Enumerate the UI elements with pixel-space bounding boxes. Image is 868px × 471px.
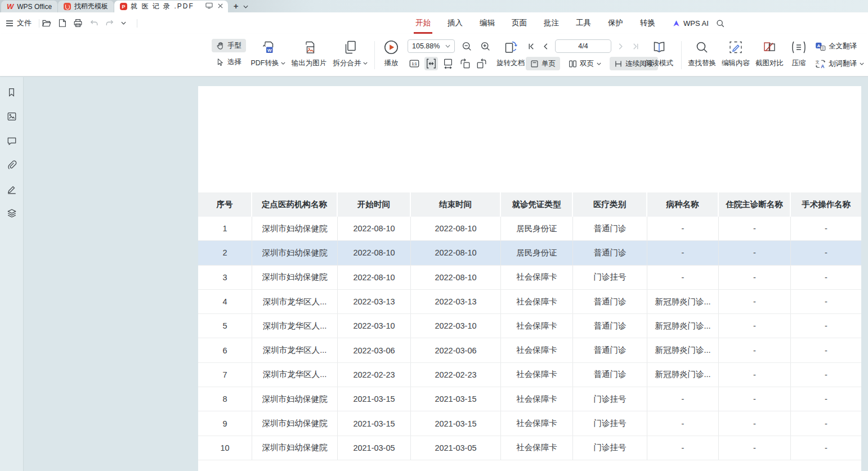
ribbon-toolbar: 手型 选择 W PDF转换 输出为图片 拆分合并 播放 — [0, 34, 868, 77]
redo-icon[interactable] — [105, 19, 114, 27]
pdf-convert-label: PDF转换 — [251, 59, 279, 68]
export-image-button[interactable]: 输出为图片 — [289, 39, 329, 68]
rotate-left-button[interactable] — [458, 57, 472, 70]
table-cell: 8 — [198, 387, 252, 411]
comment-icon[interactable] — [6, 134, 18, 147]
zoom-out-button[interactable] — [460, 39, 473, 53]
attachment-icon[interactable] — [6, 159, 18, 171]
table-row: 5深圳市龙华区人...2022-03-102022-03-10社会保障卡普通门诊… — [198, 314, 861, 338]
read-mode-button[interactable]: 阅读模式 — [643, 39, 675, 68]
pdf-convert-button[interactable]: W PDF转换 — [249, 39, 287, 68]
page-number-input[interactable]: 4/4 — [555, 39, 611, 53]
table-cell: 1 — [198, 217, 252, 240]
table-header-cell: 开始时间 — [338, 192, 411, 217]
one-to-one-icon: 1:1 — [409, 58, 420, 69]
rotate-document-button[interactable]: 旋转文档 — [494, 39, 527, 68]
quick-access-chevron-icon[interactable] — [121, 21, 126, 25]
hand-tool-button[interactable]: 手型 — [212, 39, 246, 52]
read-mode-icon — [652, 39, 666, 56]
first-page-button[interactable] — [526, 39, 536, 53]
rotate-right-button[interactable] — [475, 57, 489, 70]
table-cell: 深圳市龙华区人... — [252, 314, 338, 338]
tab-list-chevron-icon[interactable] — [243, 1, 248, 11]
table-cell: - — [719, 290, 791, 313]
table-cell: 普通门诊 — [573, 290, 647, 313]
svg-text:1:1: 1:1 — [411, 62, 417, 66]
screenshot-compare-button[interactable]: 截图对比 — [753, 39, 786, 68]
menu-item-edit[interactable]: 编辑 — [480, 18, 495, 28]
chevron-down-icon — [363, 62, 368, 65]
double-page-button[interactable]: 双页 — [564, 57, 606, 70]
menu-item-convert[interactable]: 转换 — [640, 18, 655, 28]
file-menu-label: 文件 — [17, 18, 32, 28]
rotate-left-icon — [459, 58, 471, 69]
single-page-button[interactable]: 单页 — [526, 57, 560, 70]
table-header-cell: 结束时间 — [411, 192, 501, 217]
full-translate-label: 全文翻译 — [829, 42, 857, 51]
split-merge-button[interactable]: 拆分合并 — [331, 39, 369, 68]
compress-button[interactable]: 压缩 — [787, 39, 811, 68]
open-file-icon[interactable] — [42, 19, 51, 28]
signature-pen-icon[interactable] — [6, 183, 18, 195]
wps-ai-button[interactable]: WPS AI — [672, 12, 709, 34]
save-icon[interactable] — [58, 19, 66, 28]
table-cell: 2 — [198, 241, 252, 264]
menu-item-page[interactable]: 页面 — [512, 18, 527, 28]
page-indicator-value: 4/4 — [578, 42, 588, 50]
layers-icon[interactable] — [6, 207, 18, 219]
print-icon[interactable] — [73, 19, 83, 28]
full-translate-button[interactable]: A文 全文翻译 — [814, 39, 865, 53]
present-on-screen-icon[interactable] — [205, 2, 213, 11]
double-page-label: 双页 — [580, 59, 594, 69]
table-body: 1深圳市妇幼保健院2022-08-102022-08-10居民身份证普通门诊--… — [198, 217, 861, 460]
menu-item-comment[interactable]: 批注 — [544, 18, 559, 28]
chevron-down-icon — [860, 62, 864, 65]
table-cell: 2022-08-10 — [338, 266, 411, 289]
play-button[interactable]: 播放 — [378, 39, 404, 68]
find-replace-button[interactable]: 查找替换 — [686, 39, 718, 68]
prev-page-button[interactable] — [540, 39, 551, 53]
actual-size-button[interactable]: 1:1 — [408, 57, 421, 70]
menu-search-button[interactable] — [716, 12, 724, 34]
hand-tool-label: 手型 — [227, 41, 241, 51]
menu-item-insert[interactable]: 插入 — [448, 18, 463, 28]
new-tab-button[interactable]: + — [234, 2, 239, 10]
menu-item-tools[interactable]: 工具 — [576, 18, 591, 28]
file-menu-button[interactable]: 文件 — [6, 12, 43, 34]
zoom-level-select[interactable]: 105.88% — [408, 39, 455, 53]
cursor-icon — [216, 58, 225, 66]
table-header-cell: 病种名称 — [647, 192, 719, 217]
table-cell: 深圳市妇幼保健院 — [252, 217, 338, 240]
zoom-in-button[interactable] — [478, 39, 492, 53]
table-header-cell: 手术操作名称 — [791, 192, 861, 217]
menu-item-home[interactable]: 开始 — [415, 18, 431, 28]
word-translate-button[interactable]: 文A 划词翻译 — [814, 57, 865, 70]
edit-content-button[interactable]: 编辑内容 — [719, 39, 752, 68]
fit-width-button[interactable] — [424, 57, 438, 70]
menu-item-protect[interactable]: 保护 — [608, 18, 623, 28]
select-tool-button[interactable]: 选择 — [212, 55, 246, 69]
tab-wps-office[interactable]: W WPS Office — [1, 1, 58, 12]
thumbnail-icon[interactable] — [6, 110, 18, 123]
table-row: 9深圳市妇幼保健院2021-03-152021-03-15社会保障卡门诊挂号--… — [198, 411, 861, 436]
table-cell: 普通门诊 — [573, 241, 647, 264]
table-row: 10深圳市妇幼保健院2021-03-052021-03-05社会保障卡门诊挂号-… — [198, 436, 861, 460]
table-row: 2深圳市妇幼保健院2022-08-102022-08-10居民身份证普通门诊--… — [198, 241, 861, 265]
table-cell: 社会保障卡 — [501, 314, 573, 338]
table-cell: 深圳市妇幼保健院 — [252, 266, 338, 289]
table-cell: - — [719, 411, 791, 435]
bookmark-icon[interactable] — [6, 86, 18, 98]
close-tab-icon[interactable] — [217, 3, 223, 11]
tab-document-pdf[interactable]: P 就 医 记 录 .PDF — [114, 1, 228, 12]
next-page-button[interactable] — [616, 39, 626, 53]
table-cell: 2021-03-05 — [338, 436, 411, 460]
pdf-convert-icon: W — [261, 39, 275, 56]
table-cell: 2022-08-10 — [338, 241, 411, 264]
table-cell: 门诊挂号 — [573, 436, 647, 460]
table-cell: 3 — [198, 266, 252, 289]
fit-page-button[interactable] — [441, 57, 455, 70]
last-page-button[interactable] — [630, 39, 641, 53]
tab-docer-templates[interactable]: 找稻壳模板 — [58, 1, 114, 12]
undo-icon[interactable] — [90, 19, 99, 27]
single-page-label: 单页 — [542, 59, 556, 69]
